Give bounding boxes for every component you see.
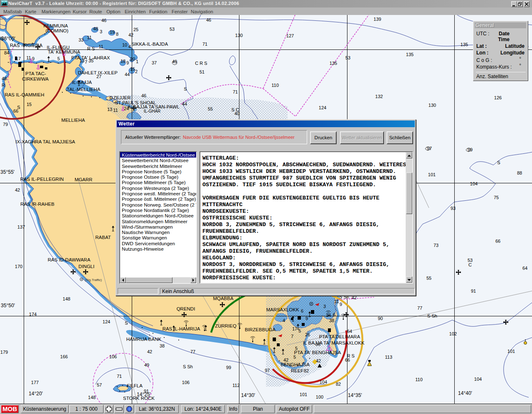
svg-text:R S: R S: [87, 46, 95, 51]
svg-text:99: 99: [226, 365, 231, 370]
svg-text:TAL-MELLIEHA: TAL-MELLIEHA: [67, 87, 101, 92]
svg-text:42: 42: [316, 358, 321, 363]
svg-text:S Sh: S Sh: [183, 364, 193, 369]
svg-text:73: 73: [433, 243, 438, 248]
svg-text:106: 106: [182, 380, 190, 385]
svg-text:49: 49: [172, 59, 177, 64]
svg-text:9: 9: [305, 316, 308, 321]
svg-text:MARSAXLOKK: MARSAXLOKK: [266, 307, 299, 312]
svg-text:71: 71: [202, 42, 207, 47]
svg-text:46: 46: [141, 93, 146, 98]
svg-text:104: 104: [320, 380, 327, 384]
svg-text:77: 77: [417, 306, 422, 310]
svg-text:25: 25: [133, 27, 138, 32]
svg-text:1: 1: [136, 59, 138, 64]
svg-text:QRENDI: QRENDI: [177, 306, 195, 311]
svg-text:71: 71: [233, 89, 238, 94]
svg-text:148: 148: [88, 395, 96, 400]
svg-text:35°55': 35°55': [0, 169, 15, 175]
svg-text:MGARR: MGARR: [75, 177, 93, 182]
svg-text:44: 44: [182, 101, 187, 106]
svg-text:S: S: [497, 160, 500, 165]
svg-text:MELLIEHA: MELLIEHA: [62, 118, 85, 123]
svg-text:82: 82: [336, 382, 341, 387]
svg-text:112: 112: [232, 383, 240, 388]
svg-text:PTA TAC-: PTA TAC-: [25, 71, 46, 76]
svg-text:RAS IL-QAMMIEH: RAS IL-QAMMIEH: [5, 92, 44, 97]
svg-text:93: 93: [451, 206, 456, 211]
svg-text:11: 11: [334, 299, 339, 304]
svg-text:35°50': 35°50': [1, 303, 15, 308]
svg-text:2: 2: [135, 69, 138, 74]
svg-text:132: 132: [375, 94, 383, 99]
svg-text:BIRZEBBUGA: BIRZEBBUGA: [245, 327, 276, 332]
svg-text:174: 174: [29, 312, 37, 317]
svg-text:48: 48: [93, 26, 98, 31]
svg-text:S: S: [17, 105, 20, 110]
svg-text:110: 110: [415, 377, 423, 382]
svg-text:64: 64: [522, 266, 527, 271]
svg-text:97: 97: [265, 368, 270, 373]
svg-text:71: 71: [117, 374, 122, 379]
svg-text:64: 64: [347, 329, 352, 334]
svg-text:42: 42: [15, 187, 20, 192]
svg-text:55: 55: [426, 276, 431, 281]
svg-text:7: 7: [291, 334, 293, 339]
svg-text:6: 6: [301, 308, 303, 313]
svg-text:101: 101: [507, 349, 515, 354]
svg-text:RAS -IRGIEGA: RAS -IRGIEGA: [10, 43, 43, 48]
svg-text:C R S: C R S: [195, 61, 207, 66]
svg-text:IX-XAGHRA TAL MAJJIESA: IX-XAGHRA TAL MAJJIESA: [15, 139, 75, 144]
svg-text:CIRKEWWA: CIRKEWWA: [22, 76, 49, 81]
svg-text:14°35': 14°35': [348, 392, 362, 398]
svg-text:51: 51: [200, 69, 204, 74]
svg-text:R: R: [2, 83, 5, 88]
svg-text:FILFLA: FILFLA: [127, 383, 143, 388]
svg-text:9: 9: [126, 60, 129, 65]
svg-text:C: C: [468, 262, 472, 267]
svg-text:10: 10: [122, 42, 127, 47]
svg-text:11: 11: [99, 44, 103, 49]
svg-text:14°20': 14°20': [29, 391, 43, 397]
svg-text:PTA TA'DELIMARA: PTA TA'DELIMARA: [319, 334, 360, 339]
svg-text:BENGHAJSA: BENGHAJSA: [281, 362, 310, 367]
svg-text:91: 91: [471, 288, 476, 293]
svg-text:4: 4: [128, 44, 131, 49]
svg-text:49: 49: [144, 362, 149, 367]
svg-text:135: 135: [406, 52, 414, 57]
svg-text:148: 148: [63, 296, 70, 301]
svg-text:TA' KEMMUNA: TA' KEMMUNA: [48, 49, 80, 54]
svg-text:97: 97: [427, 146, 432, 151]
svg-text:6: 6: [333, 312, 335, 317]
svg-text:124: 124: [103, 319, 110, 324]
svg-text:57: 57: [97, 382, 102, 387]
svg-text:15: 15: [130, 67, 135, 71]
svg-text:11: 11: [113, 108, 118, 113]
svg-text:S: S: [125, 320, 128, 325]
svg-text:11: 11: [26, 55, 31, 60]
svg-text:REEF: REEF: [291, 368, 304, 373]
svg-text:DINGLI: DINGLI: [79, 264, 94, 269]
svg-text:3: 3: [100, 29, 102, 34]
svg-text:135: 135: [461, 42, 468, 47]
svg-text:RABAT: RABAT: [95, 235, 111, 240]
svg-text:135: 135: [330, 61, 337, 66]
svg-text:79: 79: [3, 122, 8, 127]
svg-text:IL BAJJA TA' MARSAXLOKK: IL BAJJA TA' MARSAXLOKK: [303, 340, 365, 345]
svg-text:124: 124: [319, 105, 326, 110]
svg-text:DAHLET IX-XILEP: DAHLET IX-XILEP: [78, 70, 118, 75]
svg-text:5: 5: [293, 355, 296, 360]
svg-text:130: 130: [429, 103, 436, 108]
svg-text:36°00': 36°00': [1, 36, 15, 42]
svg-text:126: 126: [494, 95, 502, 100]
svg-text:127: 127: [286, 33, 294, 38]
svg-text:53: 53: [170, 27, 175, 32]
svg-text:104: 104: [470, 181, 478, 186]
svg-text:84: 84: [4, 50, 9, 55]
svg-text:20: 20: [130, 57, 135, 62]
svg-text:139: 139: [374, 17, 381, 22]
svg-text:15: 15: [27, 102, 32, 107]
svg-text:RAS IR-RAHEB: RAS IR-RAHEB: [20, 202, 54, 207]
svg-text:53: 53: [345, 55, 350, 60]
svg-text:9: 9: [32, 56, 34, 61]
